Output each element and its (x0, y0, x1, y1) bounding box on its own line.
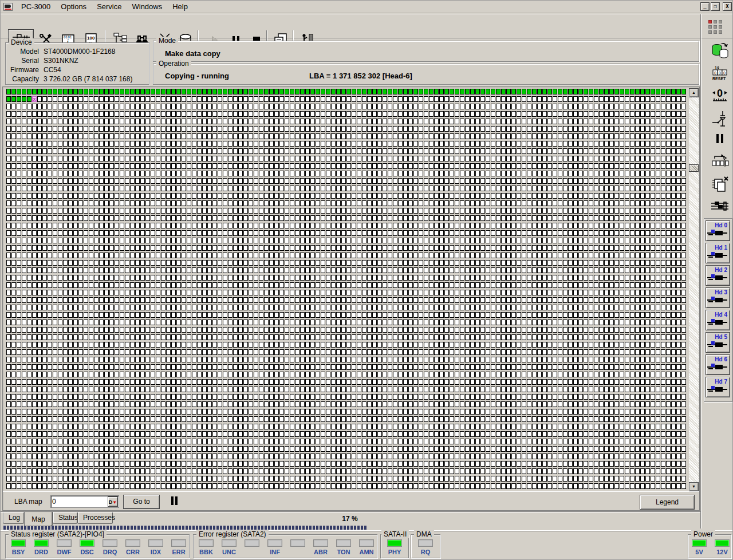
map-cell (300, 104, 305, 109)
map-cell (58, 171, 62, 176)
map-cell (377, 126, 382, 132)
map-cell (408, 409, 413, 415)
tab-log[interactable]: Log (3, 512, 24, 524)
dock-handle-icon[interactable] (708, 20, 724, 35)
lba-input[interactable] (52, 497, 107, 506)
reset-counter-button[interactable]: 1000RESET (710, 65, 730, 84)
menu-service[interactable]: Service (92, 1, 127, 12)
map-cell (89, 186, 93, 191)
map-cell (63, 483, 68, 489)
map-cell (346, 200, 351, 206)
ata-bus-button[interactable] (710, 200, 730, 214)
head-button-hd-2[interactable]: Hd 2 (706, 265, 730, 286)
map-cell (357, 200, 361, 206)
legend-button[interactable]: Legend (640, 495, 695, 510)
map-cell (377, 171, 382, 176)
map-cell (496, 133, 501, 139)
map-cell (614, 379, 619, 385)
menu-windows[interactable]: Windows (127, 1, 167, 12)
make-copy-task-button[interactable] (710, 42, 730, 63)
head-button-hd-4[interactable]: Hd 4 (706, 310, 730, 330)
lba-drop-button[interactable]: D▼ (108, 496, 118, 507)
goto-button[interactable]: Go to (123, 495, 160, 509)
head-button-hd-6[interactable]: Hd 6 (706, 354, 730, 375)
map-cell (635, 104, 640, 109)
map-cell (599, 305, 604, 310)
head-button-hd-7[interactable]: Hd 7 (706, 377, 730, 397)
close-button[interactable]: X (723, 2, 732, 11)
map-cell (243, 133, 248, 139)
map-cell (614, 119, 619, 124)
map-cell (393, 453, 397, 459)
map-cell (295, 327, 299, 333)
map-cell (496, 208, 501, 214)
map-cell (84, 476, 88, 482)
map-cell (671, 401, 676, 407)
map-cell (506, 357, 511, 362)
menu-pc3000[interactable]: PC-3000 (16, 1, 56, 12)
head-button-hd-1[interactable]: Hd 1 (706, 243, 730, 263)
circuit-test-button[interactable] (710, 109, 730, 131)
map-cell (6, 126, 11, 132)
map-scrollbar[interactable]: ▲ ▼ (689, 88, 699, 491)
head-button-hd-3[interactable]: Hd 3 (706, 287, 730, 308)
restore-button[interactable]: ❐ (711, 2, 720, 11)
sidebar-pause-button[interactable] (710, 134, 730, 145)
map-cell (666, 104, 671, 109)
tab-map[interactable]: Map (24, 512, 53, 526)
map-cell (115, 379, 119, 385)
map-cell (58, 111, 62, 117)
map-cell (367, 327, 372, 333)
tab-status[interactable]: Status (53, 512, 77, 524)
map-cell (522, 275, 526, 281)
map-cell (419, 364, 423, 370)
led-indicator-column: DSC (76, 539, 98, 555)
head-button-hd-0[interactable]: Hd 0 (706, 220, 730, 241)
map-cell (403, 334, 408, 340)
menu-help[interactable]: Help (167, 1, 193, 12)
map-pause-button[interactable] (171, 496, 179, 505)
map-cell (599, 200, 604, 206)
map-cell (429, 290, 434, 295)
operation-status: Copying - running (165, 72, 229, 80)
map-cell (372, 305, 377, 310)
map-cell (99, 401, 104, 407)
map-cell (450, 439, 454, 444)
map-cell (48, 96, 52, 102)
menu-options[interactable]: Options (56, 1, 92, 12)
map-cell (681, 461, 686, 467)
map-cell (27, 364, 31, 370)
head-button-hd-5[interactable]: Hd 5 (706, 332, 730, 353)
map-cell (145, 357, 150, 362)
map-cell (341, 141, 346, 147)
map-cell (32, 141, 37, 147)
map-cell (424, 305, 428, 310)
sector-counter-button[interactable] (710, 153, 730, 173)
map-cell (681, 186, 686, 191)
lba-map-grid[interactable]: x (6, 89, 687, 491)
map-cell (182, 89, 186, 94)
cancel-copy-button[interactable] (710, 176, 730, 196)
scroll-thumb[interactable] (689, 164, 699, 172)
map-cell (625, 119, 629, 124)
map-cell (419, 342, 423, 348)
minimize-button[interactable]: _ (700, 2, 710, 11)
map-cell (527, 119, 531, 124)
map-cell (156, 483, 160, 489)
map-cell (671, 312, 676, 318)
map-cell (568, 468, 573, 474)
map-cell (207, 409, 212, 415)
tab-processes[interactable]: Processes (77, 512, 113, 524)
map-cell (547, 141, 552, 147)
map-cell (99, 148, 104, 154)
map-cell (537, 156, 542, 161)
map-cell (295, 96, 299, 102)
scroll-down-button[interactable]: ▼ (689, 482, 699, 491)
map-cell (6, 200, 11, 206)
head-gauge-button[interactable]: 0 (710, 86, 730, 107)
map-cell (32, 401, 37, 407)
map-cell (120, 104, 124, 109)
map-cell (326, 349, 330, 355)
map-cell (109, 312, 114, 318)
scroll-up-button[interactable]: ▲ (689, 88, 699, 97)
